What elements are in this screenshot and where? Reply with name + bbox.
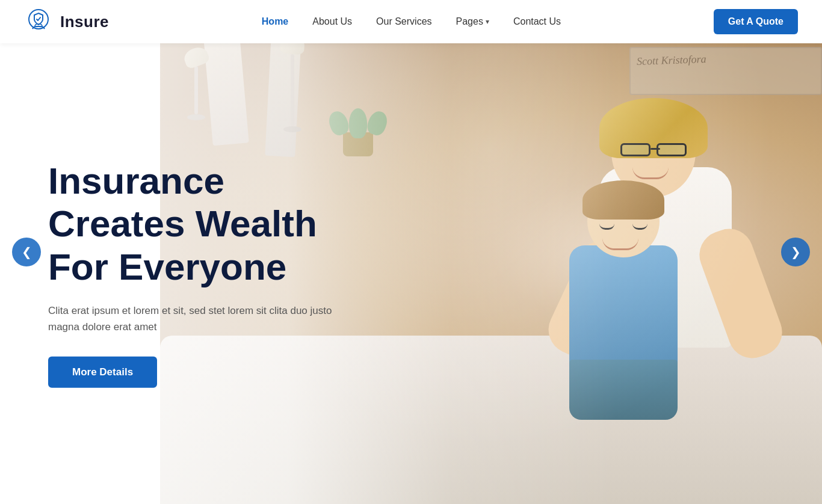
hero-subtext: Clita erat ipsum et lorem et sit, sed st… — [48, 303, 337, 335]
logo-area: Insure — [24, 7, 109, 36]
more-details-button[interactable]: More Details — [48, 357, 157, 388]
hero-section: Scott Kristofora — [0, 0, 822, 504]
nav-link-pages[interactable]: Pages ▾ — [447, 11, 499, 32]
nav-item-pages[interactable]: Pages ▾ — [447, 11, 499, 32]
hero-headline: Insurance Creates Wealth For Everyone — [48, 159, 337, 288]
carousel-prev-button[interactable]: ❮ — [12, 238, 41, 266]
hero-content: Insurance Creates Wealth For Everyone Cl… — [48, 159, 337, 388]
nav-item-services[interactable]: Our Services — [366, 16, 441, 27]
brand-name: Insure — [60, 13, 109, 31]
nav-link-home[interactable]: Home — [252, 11, 298, 31]
nav-link-about[interactable]: About Us — [303, 11, 362, 31]
carousel-next-button[interactable]: ❯ — [781, 238, 810, 266]
chevron-down-icon: ▾ — [486, 17, 489, 26]
logo-icon — [24, 7, 53, 36]
nav-item-contact[interactable]: Contact Us — [504, 16, 570, 27]
nav-links: Home About Us Our Services Pages ▾ Conta… — [252, 11, 570, 32]
nav-item-about[interactable]: About Us — [303, 16, 362, 27]
get-quote-button[interactable]: Get A Quote — [714, 9, 798, 34]
nav-link-contact[interactable]: Contact Us — [504, 11, 570, 31]
nav-link-services[interactable]: Our Services — [366, 11, 441, 31]
chevron-left-icon: ❮ — [22, 245, 32, 259]
navbar: Insure Home About Us Our Services Pages … — [0, 0, 822, 43]
nav-item-home[interactable]: Home — [252, 16, 298, 27]
chevron-right-icon: ❯ — [791, 245, 801, 259]
